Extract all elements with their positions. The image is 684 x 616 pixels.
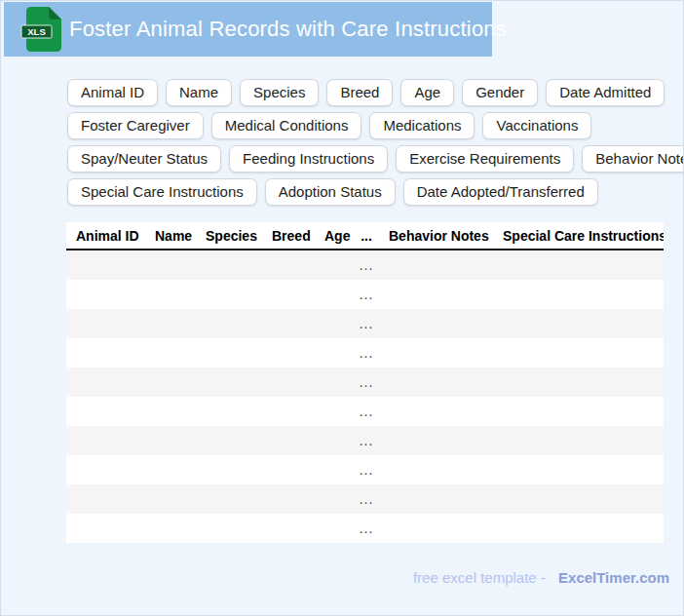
empty-cell (66, 309, 145, 338)
empty-cell (145, 484, 196, 514)
empty-cell (493, 426, 664, 455)
empty-cell (379, 484, 493, 514)
empty-cell (66, 455, 145, 484)
chip-row: Special Care InstructionsAdoption Status… (67, 178, 684, 206)
column-header-name: Name (145, 222, 196, 250)
column-header-age: Age (315, 222, 354, 250)
placeholder-cell: ... (354, 280, 379, 309)
empty-cell (66, 426, 145, 455)
empty-cell (379, 309, 493, 338)
chip-name[interactable]: Name (166, 79, 232, 106)
empty-cell (66, 280, 145, 309)
empty-cell (262, 250, 315, 280)
placeholder-cell: ... (354, 514, 379, 543)
empty-cell (379, 514, 493, 543)
empty-cell (493, 484, 664, 514)
empty-cell (315, 367, 354, 397)
empty-cell (66, 250, 145, 280)
empty-cell (196, 426, 262, 455)
empty-cell (145, 514, 196, 543)
chip-date-admitted[interactable]: Date Admitted (546, 79, 665, 106)
records-preview-table: Animal IDNameSpeciesBreedAge...Behavior … (66, 222, 664, 543)
chip-medications[interactable]: Medications (369, 112, 475, 139)
chip-vaccinations[interactable]: Vaccinations (482, 112, 591, 139)
chip-behavior-notes[interactable]: Behavior Notes (582, 145, 684, 173)
chip-adoption-status[interactable]: Adoption Status (265, 178, 396, 206)
empty-cell (493, 397, 664, 426)
empty-cell (262, 280, 315, 309)
placeholder-cell: ... (354, 309, 379, 338)
xls-badge-label: XLS (27, 26, 45, 37)
footer-text: free excel template - (413, 569, 546, 586)
titlebar: XLS Foster Animal Records with Care Inst… (4, 2, 492, 57)
chip-spay-neuter-status[interactable]: Spay/Neuter Status (67, 145, 221, 173)
empty-cell (66, 397, 145, 426)
empty-cell (145, 426, 196, 455)
table-row: ... (66, 309, 664, 338)
chip-species[interactable]: Species (240, 79, 319, 106)
chip-special-care-instructions[interactable]: Special Care Instructions (67, 178, 257, 206)
empty-cell (262, 484, 315, 514)
placeholder-cell: ... (354, 338, 379, 367)
empty-cell (66, 514, 145, 543)
placeholder-cell: ... (354, 250, 379, 280)
table-row: ... (66, 514, 664, 543)
column-header-dots: ... (354, 222, 379, 250)
empty-cell (262, 426, 315, 455)
empty-cell (315, 426, 354, 455)
empty-cell (262, 367, 315, 397)
empty-cell (379, 250, 493, 280)
empty-cell (196, 397, 262, 426)
chip-breed[interactable]: Breed (326, 79, 393, 106)
table-row: ... (66, 250, 664, 280)
placeholder-cell: ... (354, 367, 379, 397)
empty-cell (196, 250, 262, 280)
empty-cell (196, 514, 262, 543)
placeholder-cell: ... (354, 484, 379, 514)
empty-cell (315, 309, 354, 338)
chip-date-adopted-transferred[interactable]: Date Adopted/Transferred (403, 178, 598, 206)
placeholder-cell: ... (354, 426, 379, 455)
empty-cell (379, 397, 493, 426)
empty-cell (379, 426, 493, 455)
chip-age[interactable]: Age (400, 79, 454, 106)
chip-medical-conditions[interactable]: Medical Conditions (211, 112, 362, 139)
chips: Animal IDNameSpeciesBreedAgeGenderDate A… (67, 79, 684, 212)
empty-cell (66, 338, 145, 367)
empty-cell (262, 309, 315, 338)
empty-cell (196, 484, 262, 514)
placeholder-cell: ... (354, 455, 379, 484)
chip-gender[interactable]: Gender (462, 79, 538, 106)
column-header-animal-id: Animal ID (66, 222, 145, 250)
column-header-behavior-notes: Behavior Notes (379, 222, 493, 250)
empty-cell (145, 250, 196, 280)
table-row: ... (66, 367, 664, 397)
table-body: .............................. (66, 250, 664, 543)
empty-cell (145, 338, 196, 367)
empty-cell (315, 484, 354, 514)
empty-cell (66, 484, 145, 514)
chip-row: Foster CaregiverMedical ConditionsMedica… (67, 112, 684, 139)
table-header-row: Animal IDNameSpeciesBreedAge...Behavior … (66, 222, 664, 250)
page-title: Foster Animal Records with Care Instruct… (69, 17, 507, 42)
empty-cell (145, 397, 196, 426)
chip-feeding-instructions[interactable]: Feeding Instructions (229, 145, 388, 173)
empty-cell (262, 514, 315, 543)
chip-animal-id[interactable]: Animal ID (67, 79, 158, 106)
table-row: ... (66, 338, 664, 367)
column-header-species: Species (196, 222, 262, 250)
footer-brand-link[interactable]: ExcelTimer.com (558, 569, 669, 586)
empty-cell (493, 367, 664, 397)
empty-cell (262, 338, 315, 367)
empty-cell (196, 309, 262, 338)
footer: free excel template - ExcelTimer.com (413, 569, 669, 586)
empty-cell (379, 455, 493, 484)
chip-exercise-requirements[interactable]: Exercise Requirements (396, 145, 574, 173)
empty-cell (196, 455, 262, 484)
chip-foster-caregiver[interactable]: Foster Caregiver (67, 112, 204, 139)
empty-cell (315, 280, 354, 309)
empty-cell (315, 514, 354, 543)
empty-cell (379, 280, 493, 309)
empty-cell (262, 397, 315, 426)
empty-cell (315, 250, 354, 280)
